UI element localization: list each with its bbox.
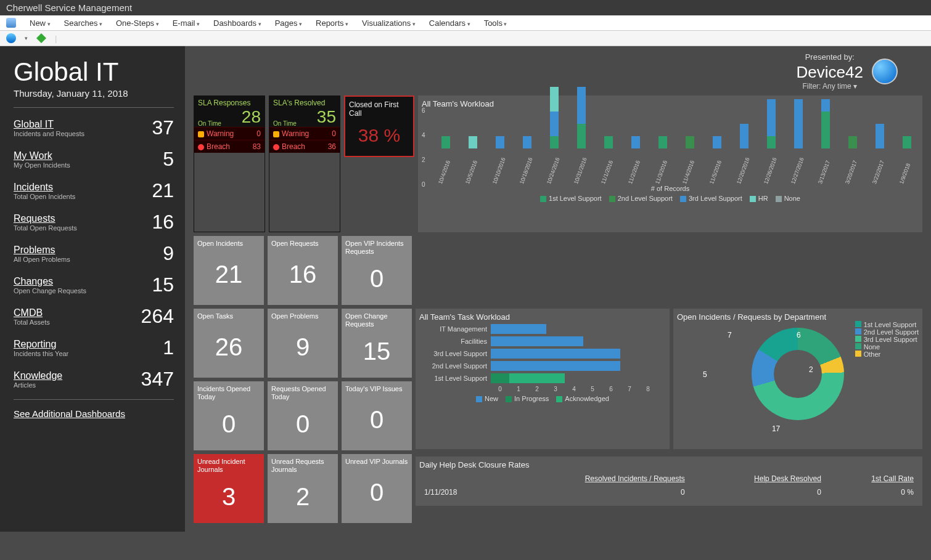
tile-open-incidents[interactable]: Open Incidents21	[194, 236, 264, 305]
donut-chart	[752, 328, 844, 420]
tile-open-change-requests[interactable]: Open Change Requests15	[342, 309, 412, 378]
brand-logo-icon	[872, 59, 898, 84]
tile-open-requests[interactable]: Open Requests16	[268, 236, 338, 305]
tile-today-s-vip-issues[interactable]: Today's VIP Issues0	[342, 381, 412, 450]
toolbar: ▾ |	[0, 31, 931, 46]
closure-rates-panel[interactable]: Daily Help Desk Closure Rates Resolved I…	[416, 457, 922, 506]
sidebar-item-my-work[interactable]: My WorkMy Open Incidents 5	[14, 148, 174, 171]
all-teams-workload-chart[interactable]: All Team's Workload 024610/4/201610/5/20…	[418, 95, 922, 232]
home-icon[interactable]	[6, 18, 16, 28]
menu-searches[interactable]: Searches	[64, 18, 102, 28]
menu-new[interactable]: New	[30, 18, 51, 28]
tile-incidents-opened-today[interactable]: Incidents Opened Today0	[194, 381, 264, 450]
sidebar-item-problems[interactable]: ProblemsAll Open Problems 9	[14, 242, 174, 265]
tile-open-problems[interactable]: Open Problems9	[268, 309, 338, 378]
presented-by-label: Presented by:	[797, 52, 863, 62]
dashboard-date: Thursday, January 11, 2018	[14, 88, 174, 99]
tile-unread-requests-journals[interactable]: Unread Requests Journals2	[268, 454, 338, 523]
sla-resolved-tile[interactable]: SLA's Resolved On Time35 Warning0 Breach…	[269, 95, 340, 232]
tile-open-tasks[interactable]: Open Tasks26	[194, 309, 264, 378]
sidebar-item-cmdb[interactable]: CMDBTotal Assets 264	[14, 305, 174, 328]
sidebar-item-knowledge[interactable]: KnowledgeArticles 347	[14, 368, 174, 391]
menu-one-steps[interactable]: One-Steps	[116, 18, 159, 28]
tile-unread-incident-journals[interactable]: Unread Incident Journals3	[194, 454, 264, 523]
see-additional-dashboards-link[interactable]: See Additional Dashboards	[14, 408, 125, 419]
sidebar-item-global-it[interactable]: Global ITIncidents and Requests 37	[14, 116, 174, 139]
incidents-by-dept-chart[interactable]: Open Incidents / Requests by Department …	[673, 309, 922, 449]
globe-icon[interactable]	[6, 33, 16, 43]
refresh-icon[interactable]	[36, 33, 46, 43]
title-bar: Cherwell Service Management	[0, 0, 931, 15]
task-workload-chart[interactable]: All Team's Task Workload IT ManagementFa…	[416, 309, 670, 449]
closure-table: Resolved Incidents / RequestsHelp Desk R…	[419, 472, 919, 499]
main-content: Presented by: Device42 Filter: Any time …	[185, 46, 931, 532]
brand-name: Device42	[797, 63, 863, 82]
sidebar: Global IT Thursday, January 11, 2018 Glo…	[0, 46, 185, 532]
filter-label[interactable]: Filter: Any time ▾	[797, 82, 863, 91]
tile-unread-vip-journals[interactable]: Unread VIP Journals0	[342, 454, 412, 523]
sidebar-item-reporting[interactable]: ReportingIncidents this Year 1	[14, 336, 174, 359]
menu-reports[interactable]: Reports	[316, 18, 348, 28]
menu-visualizations[interactable]: Visualizations	[362, 18, 416, 28]
sla-responses-tile[interactable]: SLA Responses On Time28 Warning0 Breach8…	[194, 95, 265, 232]
sidebar-item-requests[interactable]: RequestsTotal Open Requests 16	[14, 211, 174, 233]
menu-pages[interactable]: Pages	[275, 18, 302, 28]
tile-requests-opened-today[interactable]: Requests Opened Today0	[268, 381, 338, 450]
tile-open-vip-incidents-requests[interactable]: Open VIP Incidents Requests0	[342, 236, 412, 305]
sidebar-item-changes[interactable]: ChangesOpen Change Requests 15	[14, 274, 174, 296]
closed-first-call-tile[interactable]: Closed on First Call 38 %	[344, 95, 414, 157]
menu-bar: NewSearchesOne-StepsE-mailDashboardsPage…	[0, 15, 931, 31]
dashboard-title: Global IT	[14, 57, 174, 87]
menu-tools[interactable]: Tools	[484, 18, 507, 28]
menu-dashboards[interactable]: Dashboards	[213, 18, 261, 28]
menu-e-mail[interactable]: E-mail	[173, 18, 200, 28]
menu-calendars[interactable]: Calendars	[429, 18, 470, 28]
sidebar-item-incidents[interactable]: IncidentsTotal Open Incidents 21	[14, 179, 174, 202]
